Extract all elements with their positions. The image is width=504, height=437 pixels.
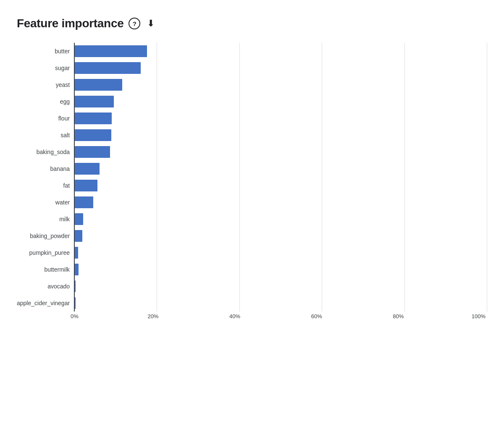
bar-row xyxy=(75,228,487,244)
bar xyxy=(75,45,147,57)
x-axis-label: 60% xyxy=(242,313,324,319)
bar-row xyxy=(75,211,487,228)
x-axis-label: 20% xyxy=(79,313,160,319)
y-axis-label: butter xyxy=(55,43,70,60)
bar-row xyxy=(75,244,487,261)
y-axis-label: milk xyxy=(59,211,70,228)
x-axis-wrapper: 0%20%40%60%80%100% xyxy=(17,313,487,319)
bar xyxy=(75,163,100,175)
x-axis-label: 0% xyxy=(71,313,79,319)
x-axis-label: 80% xyxy=(324,313,406,319)
bar-row xyxy=(75,295,487,311)
chart-header: Feature importance ? ⬇ xyxy=(17,17,487,30)
bar-row xyxy=(75,127,487,144)
y-axis-label: water xyxy=(55,194,70,211)
plot-area xyxy=(74,43,487,311)
bar xyxy=(75,113,112,124)
bar xyxy=(75,129,111,141)
bar-row xyxy=(75,43,487,60)
x-axis-label: 40% xyxy=(160,313,242,319)
bar-row xyxy=(75,93,487,110)
y-axis-label: egg xyxy=(60,93,70,110)
y-axis-label: flour xyxy=(58,110,70,127)
y-axis-label: apple_cider_vinegar xyxy=(17,295,70,311)
chart-title: Feature importance xyxy=(17,17,123,30)
chart-area: buttersugaryeasteggfloursaltbaking_sodab… xyxy=(17,43,487,311)
bar-row xyxy=(75,76,487,93)
y-axis-label: sugar xyxy=(55,60,70,76)
bar-row xyxy=(75,177,487,194)
y-axis-label: baking_powder xyxy=(30,228,70,244)
bar xyxy=(75,96,114,107)
y-axis-label: buttermilk xyxy=(44,261,70,278)
y-axis-label: fat xyxy=(63,177,70,194)
bar xyxy=(75,213,83,225)
y-axis: buttersugaryeasteggfloursaltbaking_sodab… xyxy=(17,43,74,311)
bar xyxy=(75,79,122,91)
bar-row xyxy=(75,60,487,76)
y-axis-label: baking_soda xyxy=(37,144,70,160)
bar-row xyxy=(75,278,487,295)
chart-container: buttersugaryeasteggfloursaltbaking_sodab… xyxy=(17,43,487,319)
bar xyxy=(75,264,79,275)
bar xyxy=(75,297,76,309)
bar xyxy=(75,247,78,259)
x-axis: 0%20%40%60%80%100% xyxy=(74,313,487,319)
bar xyxy=(75,62,141,74)
download-icon[interactable]: ⬇ xyxy=(147,18,155,29)
y-axis-spacer xyxy=(17,313,74,319)
bar xyxy=(75,196,93,208)
x-axis-label: 100% xyxy=(405,313,487,319)
bar-row xyxy=(75,194,487,211)
bars-container xyxy=(75,43,487,311)
bar-row xyxy=(75,160,487,177)
help-icon[interactable]: ? xyxy=(129,18,140,29)
bar xyxy=(75,146,110,158)
bar-row xyxy=(75,261,487,278)
y-axis-label: pumpkin_puree xyxy=(29,244,70,261)
bar-row xyxy=(75,110,487,127)
y-axis-label: avocado xyxy=(47,278,70,295)
bar xyxy=(75,280,76,292)
bar xyxy=(75,180,97,191)
bar-row xyxy=(75,144,487,160)
y-axis-label: banana xyxy=(50,160,70,177)
y-axis-label: salt xyxy=(60,127,70,144)
bar xyxy=(75,230,82,242)
y-axis-label: yeast xyxy=(56,76,70,93)
